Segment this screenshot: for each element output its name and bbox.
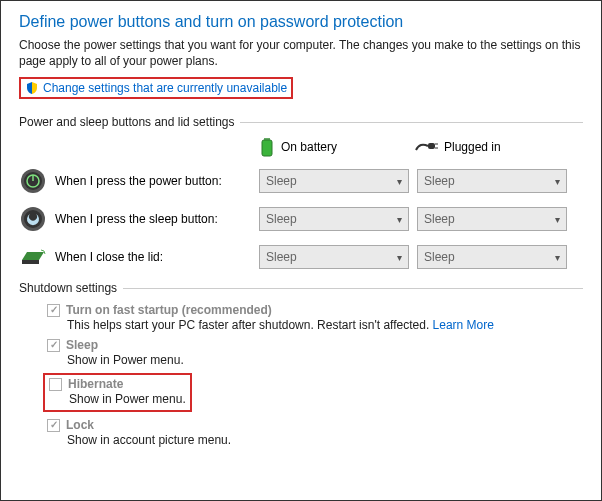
plug-icon xyxy=(414,140,438,154)
svg-point-11 xyxy=(24,210,42,228)
page-description: Choose the power settings that you want … xyxy=(19,37,583,69)
lid-battery-value: Sleep xyxy=(266,250,297,264)
shutdown-item-lock: ✓ Lock Show in account picture menu. xyxy=(47,418,583,447)
sleep-button-plugged-dropdown[interactable]: Sleep ▾ xyxy=(417,207,567,231)
shutdown-settings-list: ✓ Turn on fast startup (recommended) Thi… xyxy=(19,303,583,447)
faststartup-sub: This helps start your PC faster after sh… xyxy=(47,318,583,332)
row-sleep-button: When I press the sleep button: Sleep ▾ S… xyxy=(19,205,583,233)
checkbox-lock[interactable]: ✓ xyxy=(47,419,60,432)
faststartup-title: Turn on fast startup (recommended) xyxy=(66,303,272,317)
sleep-button-battery-dropdown[interactable]: Sleep ▾ xyxy=(259,207,409,231)
power-button-plugged-value: Sleep xyxy=(424,174,455,188)
lid-plugged-dropdown[interactable]: Sleep ▾ xyxy=(417,245,567,269)
column-on-battery: On battery xyxy=(259,137,414,157)
battery-icon xyxy=(259,137,275,157)
row-sleep-button-label: When I press the sleep button: xyxy=(55,212,218,226)
hibernate-highlight: Hibernate Show in Power menu. xyxy=(43,373,192,412)
lid-battery-dropdown[interactable]: Sleep ▾ xyxy=(259,245,409,269)
group-power-sleep-label: Power and sleep buttons and lid settings xyxy=(19,115,234,129)
sleep-button-battery-value: Sleep xyxy=(266,212,297,226)
svg-rect-12 xyxy=(22,260,39,264)
column-plugged-in: Plugged in xyxy=(414,140,569,154)
svg-rect-1 xyxy=(262,140,272,156)
power-button-battery-value: Sleep xyxy=(266,174,297,188)
lid-icon xyxy=(19,243,47,271)
row-power-button: When I press the power button: Sleep ▾ S… xyxy=(19,167,583,195)
checkbox-hibernate[interactable] xyxy=(49,378,62,391)
chevron-down-icon: ▾ xyxy=(555,214,560,225)
chevron-down-icon: ▾ xyxy=(555,252,560,263)
hibernate-sub: Show in Power menu. xyxy=(45,392,186,406)
change-settings-link[interactable]: Change settings that are currently unava… xyxy=(43,81,287,95)
checkbox-sleep[interactable]: ✓ xyxy=(47,339,60,352)
column-headers: On battery Plugged in xyxy=(19,137,583,157)
group-shutdown-label: Shutdown settings xyxy=(19,281,117,295)
power-button-plugged-dropdown[interactable]: Sleep ▾ xyxy=(417,169,567,193)
uac-shield-icon xyxy=(25,81,39,95)
change-settings-highlight: Change settings that are currently unava… xyxy=(19,77,293,99)
divider xyxy=(240,122,583,123)
hibernate-title: Hibernate xyxy=(68,377,123,391)
sleep-button-plugged-value: Sleep xyxy=(424,212,455,226)
checkbox-faststartup[interactable]: ✓ xyxy=(47,304,60,317)
divider xyxy=(123,288,583,289)
power-button-icon xyxy=(19,167,47,195)
shutdown-item-sleep: ✓ Sleep Show in Power menu. xyxy=(47,338,583,367)
group-shutdown-header: Shutdown settings xyxy=(19,281,583,295)
svg-rect-3 xyxy=(428,143,435,149)
learn-more-link[interactable]: Learn More xyxy=(433,318,494,332)
lid-plugged-value: Sleep xyxy=(424,250,455,264)
sleep-title: Sleep xyxy=(66,338,98,352)
group-power-sleep-header: Power and sleep buttons and lid settings xyxy=(19,115,583,129)
column-plugged-in-label: Plugged in xyxy=(444,140,501,154)
lock-sub: Show in account picture menu. xyxy=(47,433,583,447)
sleep-sub: Show in Power menu. xyxy=(47,353,583,367)
column-on-battery-label: On battery xyxy=(281,140,337,154)
row-close-lid: When I close the lid: Sleep ▾ Sleep ▾ xyxy=(19,243,583,271)
shutdown-item-faststartup: ✓ Turn on fast startup (recommended) Thi… xyxy=(47,303,583,332)
page-title: Define power buttons and turn on passwor… xyxy=(19,13,583,31)
power-options-panel: Define power buttons and turn on passwor… xyxy=(0,0,602,501)
chevron-down-icon: ▾ xyxy=(397,214,402,225)
row-close-lid-label: When I close the lid: xyxy=(55,250,163,264)
chevron-down-icon: ▾ xyxy=(397,176,402,187)
power-button-battery-dropdown[interactable]: Sleep ▾ xyxy=(259,169,409,193)
shutdown-item-hibernate: Hibernate Show in Power menu. xyxy=(47,373,583,412)
chevron-down-icon: ▾ xyxy=(397,252,402,263)
row-power-button-label: When I press the power button: xyxy=(55,174,222,188)
sleep-button-icon xyxy=(19,205,47,233)
lock-title: Lock xyxy=(66,418,94,432)
chevron-down-icon: ▾ xyxy=(555,176,560,187)
